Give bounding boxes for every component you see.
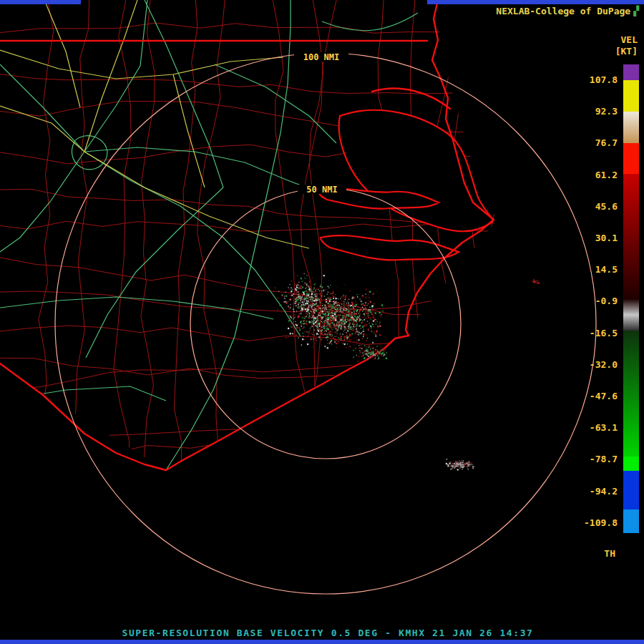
velocity-pixel bbox=[333, 332, 333, 333]
velocity-pixel bbox=[317, 326, 318, 326]
velocity-pixel bbox=[343, 303, 344, 304]
velocity-pixel bbox=[379, 324, 380, 326]
velocity-pixel bbox=[308, 308, 309, 308]
velocity-pixel bbox=[340, 309, 341, 310]
velocity-pixel bbox=[312, 313, 313, 314]
velocity-pixel bbox=[327, 334, 328, 335]
velocity-pixel bbox=[322, 312, 323, 313]
colorbar-ticks: 107.892.376.761.245.630.114.5-0.9-16.5-3… bbox=[560, 64, 618, 533]
velocity-pixel bbox=[297, 306, 298, 307]
velocity-pixel bbox=[321, 296, 322, 297]
highway bbox=[145, 0, 223, 187]
velocity-pixel bbox=[306, 288, 306, 288]
velocity-pixel bbox=[341, 296, 342, 297]
velocity-pixel bbox=[293, 309, 293, 310]
radar-display: 50 NMI 100 NMI NEXLAB-College of DuPage▞… bbox=[0, 0, 644, 644]
velocity-pixel bbox=[315, 317, 316, 318]
velocity-pixel bbox=[338, 326, 339, 327]
velocity-pixel bbox=[378, 358, 379, 359]
velocity-pixel bbox=[385, 305, 386, 306]
velocity-pixel bbox=[361, 319, 361, 320]
velocity-pixel bbox=[313, 322, 314, 323]
velocity-pixel bbox=[338, 298, 338, 299]
velocity-pixel bbox=[326, 337, 326, 338]
velocity-pixel bbox=[353, 308, 354, 309]
velocity-pixel bbox=[292, 289, 293, 290]
velocity-pixel bbox=[316, 316, 317, 316]
velocity-pixel bbox=[333, 301, 334, 303]
velocity-pixel bbox=[305, 335, 306, 336]
velocity-pixel bbox=[312, 309, 313, 310]
velocity-pixel bbox=[321, 311, 322, 312]
velocity-pixel bbox=[341, 324, 341, 325]
velocity-pixel bbox=[304, 311, 305, 312]
velocity-pixel bbox=[336, 318, 336, 318]
velocity-pixel bbox=[345, 325, 346, 326]
velocity-pixel bbox=[345, 296, 346, 297]
velocity-pixel bbox=[343, 321, 343, 322]
velocity-pixel bbox=[333, 306, 334, 306]
velocity-pixel bbox=[293, 294, 294, 295]
velocity-pixel bbox=[363, 321, 364, 321]
velocity-pixel bbox=[291, 318, 291, 318]
velocity-pixel bbox=[316, 320, 316, 321]
velocity-pixel bbox=[325, 316, 326, 317]
velocity-pixel bbox=[368, 358, 369, 359]
highway bbox=[0, 64, 84, 152]
velocity-pixel bbox=[302, 302, 303, 303]
velocity-pixel bbox=[333, 319, 334, 320]
velocity-pixel bbox=[294, 303, 296, 304]
velocity-pixel bbox=[467, 466, 467, 467]
velocity-pixel bbox=[454, 467, 455, 468]
velocity-pixel bbox=[384, 351, 384, 352]
velocity-pixel bbox=[380, 354, 381, 355]
velocity-pixel bbox=[366, 318, 366, 318]
velocity-pixel bbox=[288, 301, 288, 302]
velocity-pixel bbox=[350, 340, 351, 341]
velocity-pixel bbox=[318, 299, 319, 300]
velocity-pixel bbox=[346, 336, 346, 336]
velocity-pixel bbox=[464, 467, 464, 467]
velocity-pixel bbox=[368, 356, 369, 357]
velocity-pixel bbox=[353, 323, 354, 324]
velocity-pixel bbox=[334, 302, 336, 303]
velocity-pixel bbox=[307, 293, 308, 293]
velocity-pixel bbox=[321, 293, 322, 294]
velocity-pixel bbox=[364, 351, 365, 351]
velocity-pixel bbox=[367, 338, 368, 338]
velocity-pixel bbox=[366, 311, 367, 311]
velocity-pixel bbox=[299, 313, 300, 313]
velocity-pixel bbox=[361, 316, 362, 317]
velocity-pixel bbox=[344, 343, 346, 345]
velocity-pixel bbox=[331, 328, 331, 329]
velocity-pixel bbox=[298, 304, 299, 306]
velocity-pixel bbox=[365, 352, 366, 353]
velocity-pixel bbox=[301, 301, 302, 301]
velocity-pixel bbox=[290, 304, 291, 305]
velocity-pixel bbox=[304, 273, 305, 274]
velocity-pixel bbox=[367, 347, 368, 348]
colorbar-tick: 76.7 bbox=[595, 137, 618, 148]
velocity-pixel bbox=[350, 326, 351, 327]
velocity-pixel bbox=[372, 315, 373, 316]
velocity-pixel bbox=[331, 324, 331, 325]
velocity-pixel bbox=[305, 308, 306, 310]
velocity-pixel bbox=[319, 294, 320, 295]
velocity-pixel bbox=[376, 351, 377, 352]
velocity-pixel bbox=[301, 308, 303, 309]
velocity-pixel bbox=[300, 321, 301, 323]
velocity-pixel bbox=[535, 280, 535, 280]
velocity-pixel bbox=[310, 298, 311, 300]
velocity-pixel bbox=[327, 343, 328, 343]
velocity-pixel bbox=[353, 297, 355, 298]
velocity-pixel bbox=[291, 288, 291, 288]
velocity-pixel bbox=[306, 313, 306, 314]
highway bbox=[0, 386, 166, 401]
coastline bbox=[0, 0, 494, 470]
velocity-pixel bbox=[306, 298, 306, 298]
velocity-pixel bbox=[359, 351, 360, 351]
velocity-pixel bbox=[354, 348, 355, 348]
velocity-pixel bbox=[340, 327, 341, 328]
velocity-pixel bbox=[336, 316, 337, 316]
velocity-pixel bbox=[348, 318, 348, 319]
